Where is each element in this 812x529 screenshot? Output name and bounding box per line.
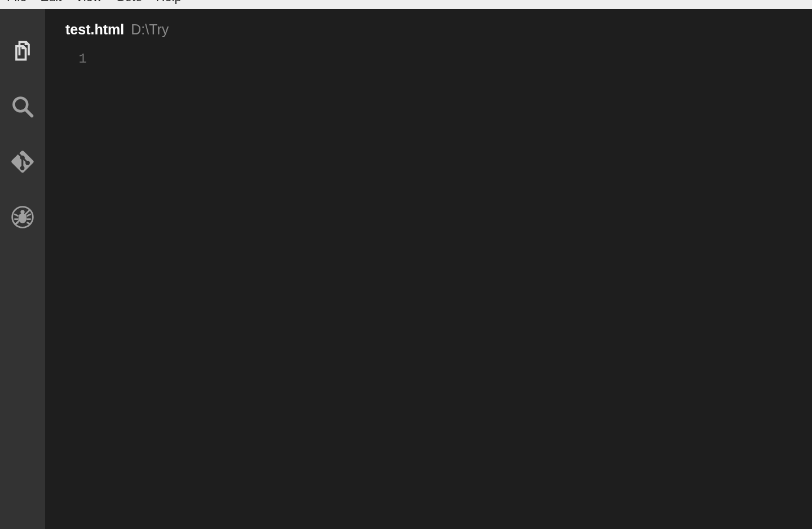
search-icon — [10, 94, 35, 121]
debug-icon — [10, 205, 35, 232]
line-number-gutter: 1 — [45, 50, 97, 529]
menu-help[interactable]: Help — [149, 0, 188, 3]
activity-explorer[interactable] — [0, 25, 45, 80]
files-icon — [10, 39, 35, 66]
tab-filename[interactable]: test.html — [65, 21, 124, 38]
svg-line-10 — [27, 222, 30, 224]
editor-area: test.html D:\Try 1 — [45, 9, 812, 529]
svg-line-8 — [27, 214, 30, 217]
tab-path: D:\Try — [131, 21, 169, 38]
activity-bar — [0, 9, 45, 529]
svg-line-5 — [14, 214, 18, 217]
svg-line-1 — [26, 110, 32, 116]
menu-file[interactable]: File — [0, 0, 33, 3]
menubar: File Edit View Goto Help — [0, 0, 812, 9]
tab-bar: test.html D:\Try — [45, 9, 812, 50]
activity-git[interactable] — [0, 135, 45, 191]
svg-point-4 — [20, 210, 24, 214]
menu-goto[interactable]: Goto — [109, 0, 149, 3]
menu-edit[interactable]: Edit — [33, 0, 68, 3]
code-editor[interactable] — [97, 50, 812, 529]
menu-view[interactable]: View — [68, 0, 108, 3]
activity-debug[interactable] — [0, 191, 45, 246]
git-icon — [10, 149, 35, 177]
line-number: 1 — [45, 50, 87, 69]
activity-search[interactable] — [0, 80, 45, 135]
